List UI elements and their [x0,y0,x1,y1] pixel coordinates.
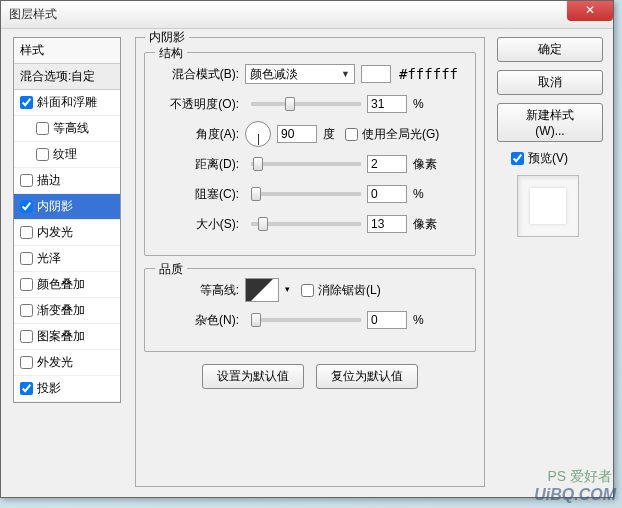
sidebar-checkbox-5[interactable] [20,226,33,239]
sidebar-checkbox-9[interactable] [20,330,33,343]
sidebar-label-11: 投影 [37,380,61,397]
global-light-checkbox[interactable]: 使用全局光(G) [345,126,439,143]
structure-legend: 结构 [155,45,187,62]
sidebar-blend-options[interactable]: 混合选项:自定 [14,64,120,90]
window-title: 图层样式 [9,6,57,23]
antialias-checkbox[interactable]: 消除锯齿(L) [301,282,381,299]
size-slider[interactable] [251,222,361,226]
content-area: 样式 混合选项:自定 斜面和浮雕等高线纹理描边内阴影内发光光泽颜色叠加渐变叠加图… [1,29,613,497]
sidebar-item-9[interactable]: 图案叠加 [14,324,120,350]
sidebar-checkbox-1[interactable] [36,122,49,135]
sidebar-item-11[interactable]: 投影 [14,376,120,402]
opacity-input[interactable] [367,95,407,113]
new-style-button[interactable]: 新建样式(W)... [497,103,603,142]
set-default-button[interactable]: 设置为默认值 [202,364,304,389]
sidebar-label-8: 渐变叠加 [37,302,85,319]
right-panel: 确定 取消 新建样式(W)... 预览(V) [497,37,603,237]
noise-input[interactable] [367,311,407,329]
sidebar-label-9: 图案叠加 [37,328,85,345]
sidebar-item-0[interactable]: 斜面和浮雕 [14,90,120,116]
sidebar-item-1[interactable]: 等高线 [14,116,120,142]
opacity-slider[interactable] [251,102,361,106]
blend-mode-combo[interactable]: 颜色减淡 [245,64,355,84]
noise-unit: % [413,313,424,327]
distance-input[interactable] [367,155,407,173]
quality-group: 品质 等高线: 消除锯齿(L) 杂色(N): % [144,268,476,352]
sidebar-label-10: 外发光 [37,354,73,371]
sidebar-item-5[interactable]: 内发光 [14,220,120,246]
color-swatch[interactable] [361,65,391,83]
size-unit: 像素 [413,216,437,233]
distance-slider[interactable] [251,162,361,166]
sidebar-label-3: 描边 [37,172,61,189]
global-light-input[interactable] [345,128,358,141]
sidebar-item-6[interactable]: 光泽 [14,246,120,272]
angle-unit: 度 [323,126,335,143]
sidebar-item-7[interactable]: 颜色叠加 [14,272,120,298]
distance-unit: 像素 [413,156,437,173]
cancel-button[interactable]: 取消 [497,70,603,95]
choke-input[interactable] [367,185,407,203]
preview-input[interactable] [511,152,524,165]
sidebar-item-8[interactable]: 渐变叠加 [14,298,120,324]
angle-label: 角度(A): [155,126,239,143]
size-label: 大小(S): [155,216,239,233]
sidebar-label-6: 光泽 [37,250,61,267]
close-button[interactable]: ✕ [567,1,613,21]
ok-button[interactable]: 确定 [497,37,603,62]
preview-swatch [530,188,566,224]
noise-label: 杂色(N): [155,312,239,329]
sidebar-label-0: 斜面和浮雕 [37,94,97,111]
sidebar-item-4[interactable]: 内阴影 [14,194,120,220]
angle-dial[interactable] [245,121,271,147]
sidebar-item-10[interactable]: 外发光 [14,350,120,376]
titlebar: 图层样式 ✕ [1,1,613,29]
opacity-unit: % [413,97,424,111]
contour-picker[interactable] [245,278,279,302]
angle-input[interactable] [277,125,317,143]
sidebar-checkbox-6[interactable] [20,252,33,265]
opacity-label: 不透明度(O): [155,96,239,113]
sidebar-checkbox-10[interactable] [20,356,33,369]
sidebar-header: 样式 [14,38,120,64]
sidebar-item-3[interactable]: 描边 [14,168,120,194]
size-input[interactable] [367,215,407,233]
panel-title: 内阴影 [145,29,189,46]
sidebar-label-7: 颜色叠加 [37,276,85,293]
reset-default-button[interactable]: 复位为默认值 [316,364,418,389]
distance-label: 距离(D): [155,156,239,173]
main-panel: 内阴影 结构 混合模式(B): 颜色减淡 #ffffff 不透明度(O): [135,37,485,487]
sidebar-checkbox-4[interactable] [20,200,33,213]
default-buttons-row: 设置为默认值 复位为默认值 [144,364,476,389]
antialias-input[interactable] [301,284,314,297]
watermark-url: UiBQ.COM [534,486,616,504]
sidebar-checkbox-7[interactable] [20,278,33,291]
sidebar-checkbox-3[interactable] [20,174,33,187]
styles-sidebar: 样式 混合选项:自定 斜面和浮雕等高线纹理描边内阴影内发光光泽颜色叠加渐变叠加图… [13,37,121,403]
global-light-label: 使用全局光(G) [362,126,439,143]
preview-checkbox[interactable]: 预览(V) [511,150,603,167]
sidebar-label-5: 内发光 [37,224,73,241]
choke-unit: % [413,187,424,201]
sidebar-checkbox-11[interactable] [20,382,33,395]
sidebar-label-4: 内阴影 [37,198,73,215]
sidebar-checkbox-8[interactable] [20,304,33,317]
sidebar-checkbox-2[interactable] [36,148,49,161]
blend-mode-value: 颜色减淡 [250,66,298,83]
quality-legend: 品质 [155,261,187,278]
blend-mode-label: 混合模式(B): [155,66,239,83]
contour-label: 等高线: [155,282,239,299]
structure-group: 结构 混合模式(B): 颜色减淡 #ffffff 不透明度(O): % [144,52,476,256]
sidebar-label-1: 等高线 [53,120,89,137]
sidebar-label-2: 纹理 [53,146,77,163]
effect-panel: 内阴影 结构 混合模式(B): 颜色减淡 #ffffff 不透明度(O): [135,37,485,487]
close-icon: ✕ [585,3,595,17]
preview-box [517,175,579,237]
choke-slider[interactable] [251,192,361,196]
dialog-window: 图层样式 ✕ 样式 混合选项:自定 斜面和浮雕等高线纹理描边内阴影内发光光泽颜色… [0,0,614,498]
noise-slider[interactable] [251,318,361,322]
sidebar-item-2[interactable]: 纹理 [14,142,120,168]
choke-label: 阻塞(C): [155,186,239,203]
sidebar-checkbox-0[interactable] [20,96,33,109]
preview-label: 预览(V) [528,150,568,167]
